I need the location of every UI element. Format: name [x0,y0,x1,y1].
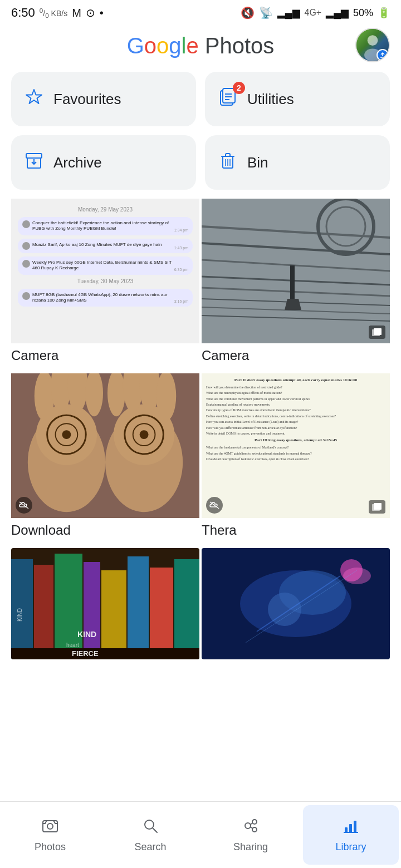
photos-nav-icon [42,817,58,838]
svg-rect-59 [128,556,149,659]
photo-cell-4[interactable]: Part II short essay questions attempt al… [202,373,390,548]
dot-indicator: • [100,7,104,19]
photo-label-2: Camera [202,343,390,373]
photo-cell-6[interactable] [202,548,390,677]
svg-rect-84 [345,827,348,832]
nav-item-library[interactable]: Library [303,805,399,865]
quick-item-archive[interactable]: Archive [11,135,196,190]
svg-rect-61 [174,559,199,659]
bin-icon [218,151,237,174]
nav-item-photos[interactable]: Photos [2,805,98,865]
status-right: 🔇 📡 ▂▄▆ 4G+ ▂▄▆ 50% 🔋 [241,6,390,19]
photo-cell-5[interactable]: KIND KIND heart FIERCE [11,548,199,677]
svg-text:heart: heart [66,642,79,648]
photo-thumb-messages: Monday, 29 May 2023 Conquer the battlefi… [11,199,199,343]
svg-marker-26 [285,299,301,310]
svg-rect-63 [11,648,199,659]
svg-rect-52 [374,503,382,510]
photos-text: Photos [199,33,275,58]
photo-grid-row3: KIND KIND heart FIERCE [11,548,390,677]
no-cloud-icon-4 [206,497,223,514]
bin-label: Bin [247,154,268,171]
photo-grid-row1: Monday, 29 May 2023 Conquer the battlefi… [11,199,390,373]
svg-rect-60 [150,568,173,659]
photo-thumb-henna [11,373,199,518]
content-area: Favourites 2 Utilities [0,66,401,788]
google-g-blue: G [127,33,144,58]
svg-text:KIND: KIND [77,630,96,639]
google-g-red2: e [186,33,198,58]
photo-label-1: Camera [11,343,199,373]
svg-point-79 [245,823,251,828]
svg-rect-58 [101,570,126,659]
time-display: 6:50 [11,6,35,20]
sharing-nav-icon [242,817,259,838]
photo-label-3: Download [11,518,199,548]
svg-rect-85 [349,824,352,832]
svg-rect-14 [202,199,390,343]
upload-badge [376,49,389,61]
archive-icon [25,151,43,174]
photo-cell-2[interactable]: Camera [202,199,390,373]
svg-rect-28 [374,328,382,335]
photo-thumb-books: KIND KIND heart FIERCE [11,548,199,659]
battery-icon: 🔋 [378,7,390,19]
svg-point-76 [47,823,53,829]
network-type: 4G+ [305,8,322,18]
svg-line-82 [250,823,253,825]
photo-thumb-blue [202,548,390,659]
svg-rect-55 [34,565,53,659]
photo-cell-1[interactable]: Monday, 29 May 2023 Conquer the battlefi… [11,199,199,373]
quick-item-bin[interactable]: Bin [205,135,390,190]
svg-point-1 [368,35,378,46]
library-nav-icon [343,817,359,838]
search-nav-icon [142,817,159,838]
google-g-red: o [144,33,157,58]
quick-item-favourites[interactable]: Favourites [11,72,196,126]
favourites-label: Favourites [53,91,121,108]
signal2-icon: ▂▄▆ [326,7,349,19]
svg-rect-9 [26,154,42,158]
photo-thumb-paper: Part II short essay questions attempt al… [202,373,390,518]
photos-nav-label: Photos [35,841,66,853]
svg-rect-57 [84,562,100,659]
nav-item-search[interactable]: Search [102,805,198,865]
svg-rect-86 [354,821,356,832]
album-icon-4 [369,500,385,514]
photo-cell-3[interactable]: Download [11,373,199,548]
app-header: Google Photos [0,23,401,66]
svg-rect-25 [290,265,295,299]
quick-item-utilities[interactable]: 2 Utilities [205,72,390,126]
photo-section-row2: Download Part II short essay questions a… [0,373,401,548]
data-stat: 0/0 KB/s [40,7,67,19]
status-left: 6:50 0/0 KB/s M ⊙ • [11,6,104,20]
svg-text:KIND: KIND [17,608,23,622]
star-icon [25,87,43,111]
archive-label: Archive [53,154,102,171]
photo-label-6 [202,659,390,677]
svg-point-48 [156,373,176,421]
library-nav-label: Library [335,841,366,853]
bottom-nav: Photos Search Sharing [0,801,401,868]
utilities-badge: 2 [233,82,245,94]
svg-point-40 [140,430,149,439]
svg-line-83 [250,827,253,828]
google-g-blue2: g [169,33,181,58]
wifi-icon: 📡 [259,6,273,19]
google-g-yellow: o [157,33,169,58]
mute-icon: 🔇 [241,6,255,19]
svg-point-72 [343,568,371,584]
nav-item-sharing[interactable]: Sharing [203,805,299,865]
photo-grid-row2: Download Part II short essay questions a… [11,373,390,548]
photo-thumb-ceiling [202,199,390,343]
quick-access-grid: Favourites 2 Utilities [0,66,401,199]
photo-section-row3: KIND KIND heart FIERCE [0,548,401,677]
camera-icon: ⊙ [86,6,95,19]
user-avatar[interactable] [355,28,390,62]
no-cloud-icon-3 [16,497,32,514]
app-title: Google Photos [127,33,275,58]
gmail-icon: M [72,7,81,19]
utilities-icon: 2 [218,87,237,111]
status-bar: 6:50 0/0 KB/s M ⊙ • 🔇 📡 ▂▄▆ 4G+ ▂▄▆ 50% … [0,0,401,23]
photo-label-5 [11,659,199,677]
